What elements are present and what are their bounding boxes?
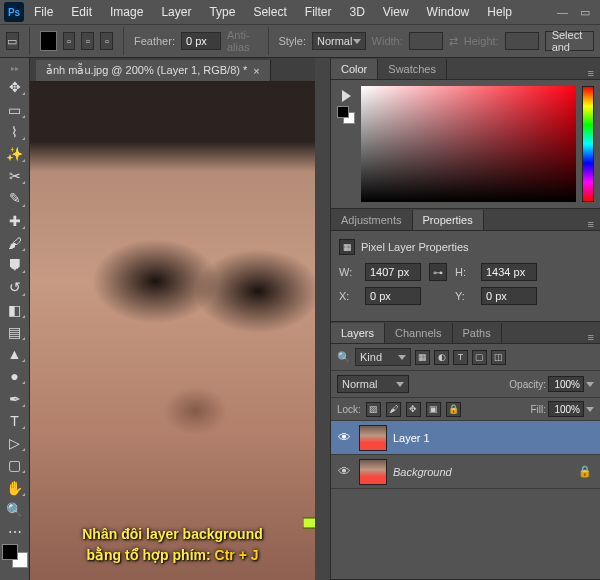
filter-kind-select[interactable]: Kind bbox=[355, 348, 411, 366]
lock-all-icon[interactable]: 🔒 bbox=[446, 402, 461, 417]
menu-layer[interactable]: Layer bbox=[153, 2, 199, 22]
foreground-color-swatch[interactable] bbox=[2, 544, 18, 560]
history-brush-tool[interactable]: ↺ bbox=[3, 277, 27, 297]
eraser-tool[interactable]: ◧ bbox=[3, 300, 27, 320]
menu-3d[interactable]: 3D bbox=[341, 2, 372, 22]
crop-tool[interactable]: ✂ bbox=[3, 166, 27, 186]
flyout-icon[interactable] bbox=[342, 90, 351, 102]
fill-value[interactable]: 100% bbox=[548, 401, 584, 417]
marquee-tool[interactable]: ▭ bbox=[3, 99, 27, 119]
layer-item[interactable]: 👁 Layer 1 bbox=[331, 421, 600, 455]
panel-menu-icon[interactable]: ≡ bbox=[582, 218, 600, 230]
menu-view[interactable]: View bbox=[375, 2, 417, 22]
color-field[interactable] bbox=[361, 86, 576, 202]
shape-tool[interactable]: ▢ bbox=[3, 455, 27, 475]
annotation-text: Nhân đôi layer background bằng tổ hợp ph… bbox=[82, 524, 262, 566]
x-input[interactable] bbox=[365, 287, 421, 305]
layer-thumbnail[interactable] bbox=[359, 459, 387, 485]
path-select-tool[interactable]: ▷ bbox=[3, 433, 27, 453]
width-label: W: bbox=[339, 266, 357, 278]
lock-artboard-icon[interactable]: ▣ bbox=[426, 402, 441, 417]
close-tab-icon[interactable]: × bbox=[253, 65, 259, 77]
wand-tool[interactable]: ✨ bbox=[3, 144, 27, 164]
add-selection-icon[interactable]: ▫ bbox=[63, 32, 76, 50]
lock-transparent-icon[interactable]: ▨ bbox=[366, 402, 381, 417]
canvas[interactable]: Nhân đôi layer background bằng tổ hợp ph… bbox=[30, 82, 315, 580]
blend-mode-select[interactable]: Normal bbox=[337, 375, 409, 393]
blur-tool[interactable]: ▲ bbox=[3, 344, 27, 364]
filter-adjust-icon[interactable]: ◐ bbox=[434, 350, 449, 365]
stamp-tool[interactable]: ⛊ bbox=[3, 255, 27, 275]
lasso-tool[interactable]: ⌇ bbox=[3, 122, 27, 142]
tab-properties[interactable]: Properties bbox=[413, 210, 484, 230]
style-label: Style: bbox=[278, 35, 306, 47]
type-tool[interactable]: T bbox=[3, 411, 27, 431]
new-selection-icon[interactable] bbox=[40, 31, 57, 51]
minimize-icon[interactable]: — bbox=[557, 6, 568, 19]
tools-grip-icon[interactable]: ▸▸ bbox=[3, 64, 27, 73]
dodge-tool[interactable]: ● bbox=[3, 366, 27, 386]
filter-smart-icon[interactable]: ◫ bbox=[491, 350, 506, 365]
more-tools-icon[interactable]: ⋯ bbox=[3, 522, 27, 542]
intersect-selection-icon[interactable]: ▫ bbox=[100, 32, 113, 50]
gradient-tool[interactable]: ▤ bbox=[3, 322, 27, 342]
menu-type[interactable]: Type bbox=[201, 2, 243, 22]
tab-paths[interactable]: Paths bbox=[453, 323, 502, 343]
color-mini-swatches[interactable] bbox=[337, 106, 355, 124]
style-select[interactable]: Normal bbox=[312, 32, 366, 50]
document-tab[interactable]: ảnh mẫu.jpg @ 200% (Layer 1, RGB/8) * × bbox=[36, 60, 271, 81]
menu-filter[interactable]: Filter bbox=[297, 2, 340, 22]
filter-pixel-icon[interactable]: ▦ bbox=[415, 350, 430, 365]
move-tool[interactable]: ✥ bbox=[3, 77, 27, 97]
tab-swatches[interactable]: Swatches bbox=[378, 59, 447, 79]
tab-channels[interactable]: Channels bbox=[385, 323, 452, 343]
filter-icon[interactable]: 🔍 bbox=[337, 351, 351, 364]
opacity-label: Opacity: bbox=[509, 379, 546, 390]
filter-shape-icon[interactable]: ▢ bbox=[472, 350, 487, 365]
link-wh-icon[interactable]: ⊶ bbox=[429, 263, 447, 281]
hue-slider[interactable] bbox=[582, 86, 594, 202]
document-tabs: ảnh mẫu.jpg @ 200% (Layer 1, RGB/8) * × bbox=[30, 58, 315, 82]
menu-file[interactable]: File bbox=[26, 2, 61, 22]
menu-image[interactable]: Image bbox=[102, 2, 151, 22]
width-input[interactable] bbox=[365, 263, 421, 281]
app-menubar: Ps File Edit Image Layer Type Select Fil… bbox=[0, 0, 600, 24]
layer-thumbnail[interactable] bbox=[359, 425, 387, 451]
select-mask-button[interactable]: Select and bbox=[545, 31, 594, 51]
opacity-value[interactable]: 100% bbox=[548, 376, 584, 392]
filter-type-icon[interactable]: T bbox=[453, 350, 468, 365]
layer-name[interactable]: Layer 1 bbox=[393, 432, 430, 444]
collapsed-panel-strip[interactable] bbox=[315, 58, 331, 580]
maximize-icon[interactable]: ▭ bbox=[580, 6, 590, 19]
menu-help[interactable]: Help bbox=[479, 2, 520, 22]
height-input[interactable] bbox=[481, 263, 537, 281]
tool-preset-icon[interactable]: ▭ bbox=[6, 32, 19, 50]
heal-tool[interactable]: ✚ bbox=[3, 211, 27, 231]
zoom-tool[interactable]: 🔍 bbox=[3, 500, 27, 520]
subtract-selection-icon[interactable]: ▫ bbox=[81, 32, 94, 50]
hand-tool[interactable]: ✋ bbox=[3, 477, 27, 497]
eyedropper-tool[interactable]: ✎ bbox=[3, 188, 27, 208]
tab-color[interactable]: Color bbox=[331, 59, 378, 79]
layer-name[interactable]: Background bbox=[393, 466, 452, 478]
visibility-icon[interactable]: 👁 bbox=[335, 464, 353, 479]
menu-select[interactable]: Select bbox=[245, 2, 294, 22]
panel-menu-icon[interactable]: ≡ bbox=[582, 331, 600, 343]
chevron-down-icon[interactable] bbox=[586, 407, 594, 412]
pen-tool[interactable]: ✒ bbox=[3, 388, 27, 408]
chevron-down-icon[interactable] bbox=[586, 382, 594, 387]
layer-item[interactable]: 👁 Background 🔒 bbox=[331, 455, 600, 489]
menu-window[interactable]: Window bbox=[419, 2, 478, 22]
tab-layers[interactable]: Layers bbox=[331, 323, 385, 343]
divider bbox=[29, 27, 30, 55]
lock-pixels-icon[interactable]: 🖌 bbox=[386, 402, 401, 417]
lock-position-icon[interactable]: ✥ bbox=[406, 402, 421, 417]
y-input[interactable] bbox=[481, 287, 537, 305]
brush-tool[interactable]: 🖌 bbox=[3, 233, 27, 253]
feather-input[interactable] bbox=[181, 32, 221, 50]
menu-edit[interactable]: Edit bbox=[63, 2, 100, 22]
color-swatches[interactable] bbox=[2, 544, 28, 568]
visibility-icon[interactable]: 👁 bbox=[335, 430, 353, 445]
tab-adjustments[interactable]: Adjustments bbox=[331, 210, 413, 230]
panel-menu-icon[interactable]: ≡ bbox=[582, 67, 600, 79]
